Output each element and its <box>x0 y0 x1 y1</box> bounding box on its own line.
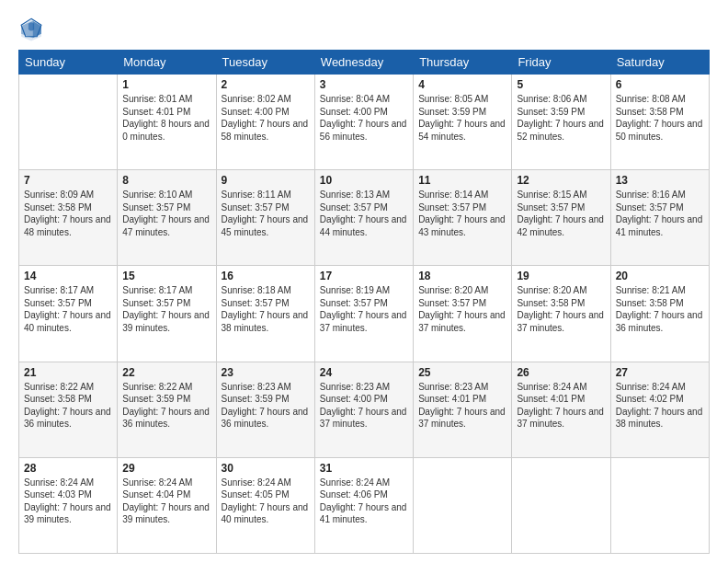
day-number: 5 <box>517 78 605 91</box>
cell-info: Sunrise: 8:24 AM Sunset: 4:02 PM Dayligh… <box>616 381 704 431</box>
calendar-cell: 24Sunrise: 8:23 AM Sunset: 4:00 PM Dayli… <box>314 362 413 457</box>
calendar-cell: 2Sunrise: 8:02 AM Sunset: 4:00 PM Daylig… <box>216 75 314 170</box>
logo <box>18 17 48 42</box>
day-number: 19 <box>517 270 605 282</box>
day-number: 15 <box>122 270 210 282</box>
calendar-cell: 22Sunrise: 8:22 AM Sunset: 3:59 PM Dayli… <box>118 362 216 457</box>
day-number: 28 <box>24 462 112 475</box>
day-number: 18 <box>418 270 506 282</box>
calendar-cell: 5Sunrise: 8:06 AM Sunset: 3:59 PM Daylig… <box>512 75 610 170</box>
calendar-cell: 25Sunrise: 8:23 AM Sunset: 4:01 PM Dayli… <box>414 362 512 457</box>
calendar-cell: 26Sunrise: 8:24 AM Sunset: 4:01 PM Dayli… <box>512 362 610 457</box>
cell-info: Sunrise: 8:15 AM Sunset: 3:57 PM Dayligh… <box>517 189 605 238</box>
cell-info: Sunrise: 8:04 AM Sunset: 4:00 PM Dayligh… <box>320 93 408 143</box>
calendar-cell: 17Sunrise: 8:19 AM Sunset: 3:57 PM Dayli… <box>314 266 413 362</box>
cell-info: Sunrise: 8:01 AM Sunset: 4:01 PM Dayligh… <box>122 93 210 143</box>
cell-info: Sunrise: 8:24 AM Sunset: 4:05 PM Dayligh… <box>222 477 310 526</box>
calendar-cell: 19Sunrise: 8:20 AM Sunset: 3:58 PM Dayli… <box>512 266 610 362</box>
day-number: 2 <box>222 78 310 91</box>
day-number: 29 <box>122 462 210 475</box>
day-number: 14 <box>24 270 112 282</box>
cell-info: Sunrise: 8:17 AM Sunset: 3:57 PM Dayligh… <box>122 284 210 334</box>
calendar-page: SundayMondayTuesdayWednesdayThursdayFrid… <box>0 0 728 563</box>
calendar-cell <box>19 75 118 170</box>
calendar-cell: 31Sunrise: 8:24 AM Sunset: 4:06 PM Dayli… <box>314 457 413 553</box>
cell-info: Sunrise: 8:18 AM Sunset: 3:57 PM Dayligh… <box>222 284 310 334</box>
calendar-cell: 16Sunrise: 8:18 AM Sunset: 3:57 PM Dayli… <box>216 266 314 362</box>
cell-info: Sunrise: 8:16 AM Sunset: 3:57 PM Dayligh… <box>616 189 704 238</box>
page-header <box>18 17 710 42</box>
weekday-header-monday: Monday <box>118 51 216 75</box>
cell-info: Sunrise: 8:02 AM Sunset: 4:00 PM Dayligh… <box>222 93 310 143</box>
cell-info: Sunrise: 8:22 AM Sunset: 3:59 PM Dayligh… <box>122 381 210 431</box>
day-number: 30 <box>222 462 310 475</box>
weekday-header-row: SundayMondayTuesdayWednesdayThursdayFrid… <box>19 51 710 75</box>
cell-info: Sunrise: 8:23 AM Sunset: 3:59 PM Dayligh… <box>222 381 310 431</box>
calendar-cell: 29Sunrise: 8:24 AM Sunset: 4:04 PM Dayli… <box>118 457 216 553</box>
calendar-cell: 15Sunrise: 8:17 AM Sunset: 3:57 PM Dayli… <box>118 266 216 362</box>
calendar-cell: 20Sunrise: 8:21 AM Sunset: 3:58 PM Dayli… <box>610 266 709 362</box>
cell-info: Sunrise: 8:13 AM Sunset: 3:57 PM Dayligh… <box>320 189 408 238</box>
calendar-cell <box>512 457 610 553</box>
day-number: 12 <box>517 174 605 187</box>
day-number: 7 <box>24 174 112 187</box>
calendar-cell: 7Sunrise: 8:09 AM Sunset: 3:58 PM Daylig… <box>19 170 118 266</box>
day-number: 11 <box>418 174 506 187</box>
calendar-cell <box>610 457 709 553</box>
calendar-cell: 30Sunrise: 8:24 AM Sunset: 4:05 PM Dayli… <box>216 457 314 553</box>
calendar-cell: 8Sunrise: 8:10 AM Sunset: 3:57 PM Daylig… <box>118 170 216 266</box>
calendar-week-row: 1Sunrise: 8:01 AM Sunset: 4:01 PM Daylig… <box>19 75 710 170</box>
cell-info: Sunrise: 8:19 AM Sunset: 3:57 PM Dayligh… <box>320 284 408 334</box>
day-number: 31 <box>320 462 408 475</box>
calendar-table: SundayMondayTuesdayWednesdayThursdayFrid… <box>18 50 710 554</box>
day-number: 22 <box>122 366 210 379</box>
day-number: 27 <box>616 366 704 379</box>
calendar-cell <box>414 457 512 553</box>
day-number: 3 <box>320 78 408 91</box>
calendar-cell: 9Sunrise: 8:11 AM Sunset: 3:57 PM Daylig… <box>216 170 314 266</box>
cell-info: Sunrise: 8:21 AM Sunset: 3:58 PM Dayligh… <box>616 284 704 334</box>
day-number: 13 <box>616 174 704 187</box>
cell-info: Sunrise: 8:24 AM Sunset: 4:04 PM Dayligh… <box>122 477 210 526</box>
calendar-cell: 12Sunrise: 8:15 AM Sunset: 3:57 PM Dayli… <box>512 170 610 266</box>
calendar-cell: 14Sunrise: 8:17 AM Sunset: 3:57 PM Dayli… <box>19 266 118 362</box>
day-number: 16 <box>222 270 310 282</box>
cell-info: Sunrise: 8:24 AM Sunset: 4:06 PM Dayligh… <box>320 477 408 526</box>
calendar-cell: 3Sunrise: 8:04 AM Sunset: 4:00 PM Daylig… <box>314 75 413 170</box>
calendar-cell: 27Sunrise: 8:24 AM Sunset: 4:02 PM Dayli… <box>610 362 709 457</box>
cell-info: Sunrise: 8:08 AM Sunset: 3:58 PM Dayligh… <box>616 93 704 143</box>
day-number: 20 <box>616 270 704 282</box>
calendar-cell: 6Sunrise: 8:08 AM Sunset: 3:58 PM Daylig… <box>610 75 709 170</box>
cell-info: Sunrise: 8:17 AM Sunset: 3:57 PM Dayligh… <box>24 284 112 334</box>
cell-info: Sunrise: 8:24 AM Sunset: 4:01 PM Dayligh… <box>517 381 605 431</box>
cell-info: Sunrise: 8:24 AM Sunset: 4:03 PM Dayligh… <box>24 477 112 526</box>
day-number: 1 <box>122 78 210 91</box>
weekday-header-sunday: Sunday <box>19 51 118 75</box>
calendar-cell: 10Sunrise: 8:13 AM Sunset: 3:57 PM Dayli… <box>314 170 413 266</box>
cell-info: Sunrise: 8:23 AM Sunset: 4:00 PM Dayligh… <box>320 381 408 431</box>
calendar-week-row: 7Sunrise: 8:09 AM Sunset: 3:58 PM Daylig… <box>19 170 710 266</box>
weekday-header-friday: Friday <box>512 51 610 75</box>
day-number: 8 <box>122 174 210 187</box>
day-number: 6 <box>616 78 704 91</box>
day-number: 4 <box>418 78 506 91</box>
calendar-cell: 21Sunrise: 8:22 AM Sunset: 3:58 PM Dayli… <box>19 362 118 457</box>
cell-info: Sunrise: 8:22 AM Sunset: 3:58 PM Dayligh… <box>24 381 112 431</box>
calendar-cell: 13Sunrise: 8:16 AM Sunset: 3:57 PM Dayli… <box>610 170 709 266</box>
cell-info: Sunrise: 8:23 AM Sunset: 4:01 PM Dayligh… <box>418 381 506 431</box>
calendar-week-row: 21Sunrise: 8:22 AM Sunset: 3:58 PM Dayli… <box>19 362 710 457</box>
day-number: 10 <box>320 174 408 187</box>
cell-info: Sunrise: 8:14 AM Sunset: 3:57 PM Dayligh… <box>418 189 506 238</box>
day-number: 26 <box>517 366 605 379</box>
calendar-cell: 4Sunrise: 8:05 AM Sunset: 3:59 PM Daylig… <box>414 75 512 170</box>
weekday-header-tuesday: Tuesday <box>216 51 314 75</box>
cell-info: Sunrise: 8:20 AM Sunset: 3:57 PM Dayligh… <box>418 284 506 334</box>
weekday-header-thursday: Thursday <box>414 51 512 75</box>
weekday-header-wednesday: Wednesday <box>314 51 413 75</box>
calendar-cell: 18Sunrise: 8:20 AM Sunset: 3:57 PM Dayli… <box>414 266 512 362</box>
day-number: 23 <box>222 366 310 379</box>
cell-info: Sunrise: 8:05 AM Sunset: 3:59 PM Dayligh… <box>418 93 506 143</box>
cell-info: Sunrise: 8:20 AM Sunset: 3:58 PM Dayligh… <box>517 284 605 334</box>
calendar-cell: 1Sunrise: 8:01 AM Sunset: 4:01 PM Daylig… <box>118 75 216 170</box>
day-number: 21 <box>24 366 112 379</box>
